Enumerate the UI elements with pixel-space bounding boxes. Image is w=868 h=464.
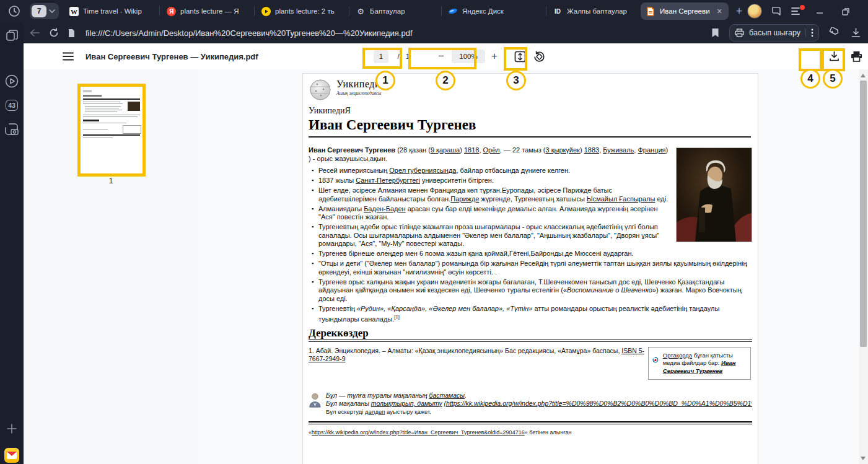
- side-panel-icon[interactable]: [771, 6, 783, 17]
- tab-common-settings[interactable]: ID Жалпы баптаулар: [546, 0, 638, 22]
- thumbnail-panel: 1: [24, 69, 199, 464]
- tab-bar: 7 W Time travel - Wikip Я plants lecture…: [0, 0, 868, 22]
- new-tab-button[interactable]: +: [731, 3, 747, 19]
- stub-notice: Бұл — тұлға туралы мақаланың бастамасы. …: [309, 392, 752, 416]
- wikipedia-globe-icon: [309, 79, 331, 101]
- annotation-box-rotate: [504, 47, 527, 71]
- reload-icon[interactable]: [45, 28, 63, 38]
- pdf-menu-hamburger-icon[interactable]: [56, 43, 81, 69]
- annotation-box-download: [799, 48, 822, 71]
- yandex-favicon: Я: [166, 6, 176, 16]
- list-item: 1837 жылы Санкт-Петербургтегі университе…: [318, 177, 752, 185]
- list-item: Тургенев бірнеше өлеңдер мен 6 поэма жаз…: [318, 250, 752, 258]
- video-play-favicon: [261, 6, 271, 16]
- stub-line-1: Бұл — тұлға туралы мақаланың бастамасы.: [326, 392, 752, 400]
- svg-text:Я: Я: [169, 8, 173, 15]
- commons-text: Ортақорда бұған қатысты медиа файлдар ба…: [663, 352, 747, 375]
- window-minimize-button[interactable]: [811, 2, 828, 20]
- scroll-down-arrow[interactable]: [861, 457, 866, 460]
- bookmark-icon[interactable]: [711, 28, 719, 38]
- list-item: Ресей империясының Орел губерниясында, б…: [318, 167, 752, 175]
- pdf-print-icon[interactable]: [847, 43, 866, 69]
- scrollbar-thumb[interactable]: [860, 81, 867, 347]
- person-stub-icon: [309, 392, 321, 409]
- viewer-scrollbar[interactable]: [859, 69, 868, 464]
- gear-icon: ⚙: [356, 6, 366, 16]
- url-text[interactable]: file:///C:/Users/Admin/Desktop/Иван%20Се…: [85, 28, 413, 38]
- tab-panels-icon[interactable]: [0, 26, 24, 45]
- list-item: Тургеневтің «Рудин», «Қарсаңда», «Әкелер…: [318, 305, 752, 324]
- file-page-icon: [63, 28, 79, 38]
- scroll-up-arrow[interactable]: [861, 74, 866, 77]
- annotation-box-page-number: [362, 48, 402, 69]
- browser-side-rail: 43: [0, 22, 24, 464]
- callout-1: 1: [375, 71, 395, 90]
- retrieved-from-line: «https://kk.wikipedia.org/w/index.php?ti…: [309, 429, 752, 437]
- pdf-file-icon: [646, 6, 655, 16]
- commons-box: Ортақорда бұған қатысты медиа файлдар ба…: [648, 347, 751, 380]
- footer-rule: [309, 421, 752, 424]
- stub-line-3: Бұл ескертуді дәлдеп ауыстыру қажет.: [326, 408, 752, 416]
- window-restore-button[interactable]: [837, 2, 854, 20]
- page-thumbnail-selected[interactable]: [77, 84, 146, 177]
- tab-turgenev-pdf-active[interactable]: Иван Сергееви ✕: [641, 2, 729, 20]
- sources-heading: Дереккөздер: [309, 329, 752, 342]
- collections-tag-icon[interactable]: [829, 27, 841, 38]
- wikipedia-favicon: W: [69, 6, 79, 16]
- more-options-icon[interactable]: [811, 28, 813, 37]
- printer-icon: [735, 28, 744, 37]
- wikipedia-tagline: Ашық энциклопедиясы: [336, 90, 387, 96]
- wikimedia-commons-icon: [652, 352, 659, 368]
- tab-close-icon[interactable]: ✕: [717, 7, 722, 15]
- thumbnail-page-preview: [81, 87, 142, 173]
- annotation-box-print: [822, 48, 845, 71]
- tab-label: plants lecture: 2 ть: [275, 7, 335, 15]
- thumbnail-page-label: 1: [24, 176, 198, 185]
- id-favicon: ID: [553, 6, 563, 16]
- back-icon[interactable]: [24, 28, 45, 37]
- stub-line-2: Бұл мақаланы толықтырып, дамыту (https:/…: [326, 400, 752, 408]
- article-body: Иван Сергеевич Тургенев (28 қазан (9 қар…: [309, 146, 752, 442]
- callout-4: 4: [800, 69, 820, 89]
- list-item: Шет елде, әсіресе Алмания менен Францияд…: [318, 186, 752, 203]
- tab-counter[interactable]: 7: [30, 3, 59, 19]
- print-page-button[interactable]: басып шығару: [729, 24, 819, 42]
- yandex-mail-icon[interactable]: [0, 446, 24, 464]
- callout-5: 5: [823, 69, 843, 89]
- pill-divider: [805, 28, 806, 37]
- profile-avatar[interactable]: [747, 4, 762, 19]
- screenshot-camera-icon[interactable]: [0, 120, 24, 139]
- sidebar-add-icon[interactable]: [0, 419, 24, 438]
- downloads-icon[interactable]: [851, 28, 861, 38]
- window-close-button[interactable]: [863, 2, 868, 20]
- print-page-label: басып шығару: [749, 28, 800, 37]
- tab-label: Яндекс Диск: [462, 7, 504, 15]
- tab-label: Жалпы баптаулар: [567, 7, 627, 15]
- play-circle-icon[interactable]: [0, 72, 24, 90]
- pdf-viewer-area: УикипедиЯ Ашық энциклопедиясы УикипедиЯ …: [198, 69, 859, 464]
- zoom-in-button[interactable]: +: [487, 43, 502, 69]
- browser-chrome: 7 W Time travel - Wikip Я plants lecture…: [0, 0, 868, 43]
- notification-dot: [800, 5, 805, 10]
- history-clock-icon[interactable]: [4, 2, 25, 20]
- svg-text:W: W: [71, 7, 77, 15]
- tab-label: Иван Сергееви: [660, 7, 710, 15]
- chevron-down-icon: [49, 9, 55, 13]
- site-name-line: УикипедиЯ: [309, 106, 351, 116]
- tab-plants-lecture-yandex[interactable]: Я plants lecture — Я: [160, 0, 254, 22]
- tab-time-travel[interactable]: W Time travel - Wikip: [63, 0, 159, 22]
- counter-43-badge[interactable]: 43: [0, 96, 24, 115]
- list-item: "Отцы и дети" ("Әкелер мен балалар") ром…: [318, 260, 752, 276]
- callout-2: 2: [436, 71, 455, 90]
- rotate-page-icon[interactable]: [530, 43, 548, 69]
- tab-plants-lecture-video[interactable]: plants lecture: 2 ть: [255, 0, 349, 22]
- list-item: Тургеневтың әдеби орыс тілінде жазылған …: [318, 223, 752, 248]
- tab-yandex-disk[interactable]: Яндекс Диск: [442, 0, 546, 22]
- pdf-document-title: Иван Сергеевич Тургенев — Уикипедия.pdf: [85, 43, 258, 69]
- tab-label: Баптаулар: [370, 7, 405, 15]
- tab-settings[interactable]: ⚙ Баптаулар: [349, 0, 441, 22]
- article-title: Иван Сергеевич Тургенев: [309, 117, 751, 138]
- browser-menu-icon[interactable]: [791, 7, 802, 15]
- annotation-box-zoom-controls: [408, 48, 476, 69]
- yandex-disk-icon: [448, 6, 458, 16]
